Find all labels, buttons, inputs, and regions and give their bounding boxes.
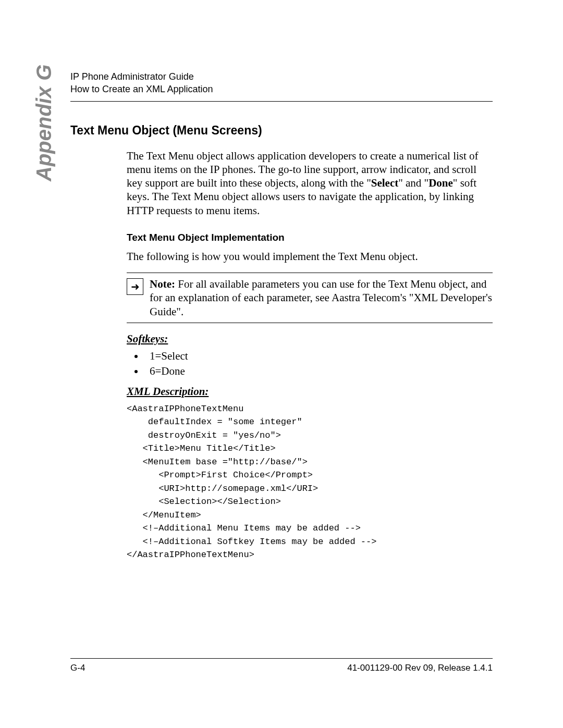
xml-description-heading: XML Description:: [127, 385, 493, 398]
implementation-paragraph: The following is how you would implement…: [127, 250, 493, 263]
intro-paragraph: The Text Menu object allows application …: [127, 149, 493, 217]
intro-bold-select: Select: [371, 177, 398, 189]
arrow-right-icon: ➜: [127, 278, 143, 295]
footer-doc-id: 41-001129-00 Rev 09, Release 1.4.1: [347, 663, 493, 673]
softkeys-heading: Softkeys:: [127, 332, 493, 346]
header-line-2: How to Create an XML Application: [70, 83, 493, 95]
footer-page-number: G-4: [70, 663, 85, 673]
page: IP Phone Administrator Guide How to Crea…: [0, 0, 563, 728]
appendix-tab: Appendix G: [32, 65, 56, 181]
note-label: Note:: [150, 278, 175, 290]
implementation-heading: Text Menu Object Implementation: [127, 232, 493, 243]
list-item: 1=Select: [144, 350, 493, 363]
intro-bold-done: Done: [429, 177, 453, 189]
body: The Text Menu object allows application …: [127, 149, 493, 562]
page-footer: G-4 41-001129-00 Rev 09, Release 1.4.1: [70, 658, 493, 673]
section-title: Text Menu Object (Menu Screens): [70, 124, 493, 138]
softkeys-list: 1=Select 6=Done: [127, 350, 493, 378]
note-text: Note: For all available parameters you c…: [150, 277, 493, 318]
list-item: 6=Done: [144, 365, 493, 378]
header-line-1: IP Phone Administrator Guide: [70, 70, 493, 83]
note-box: ➜ Note: For all available parameters you…: [127, 273, 493, 323]
intro-text-2: " and ": [398, 177, 429, 189]
note-body: For all available parameters you can use…: [150, 278, 492, 318]
xml-code-block: <AastraIPPhoneTextMenu defaultIndex = "s…: [127, 402, 493, 562]
page-header: IP Phone Administrator Guide How to Crea…: [70, 70, 493, 102]
